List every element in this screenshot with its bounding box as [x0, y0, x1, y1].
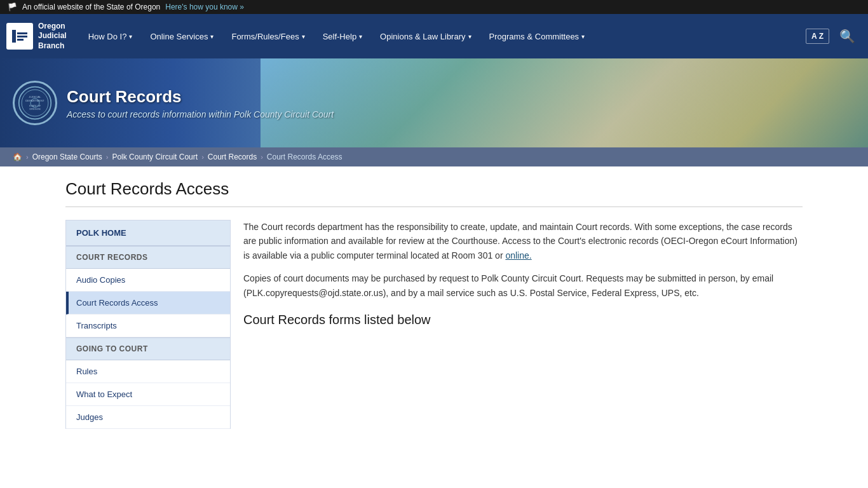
content-paragraph-2: Copies of court documents may be purchas…	[243, 271, 803, 300]
main-content: The Court records department has the res…	[243, 220, 803, 429]
top-announcement-bar: 🏳️ An official website of the State of O…	[0, 0, 868, 14]
svg-rect-3	[17, 39, 24, 41]
content-subheading: Court Records forms listed below	[243, 313, 803, 327]
content-paragraph-1: The Court records department has the res…	[243, 220, 803, 262]
sidebar-link-audio-copies[interactable]: Audio Copies	[66, 269, 230, 292]
sidebar-polk-home-link[interactable]: POLK HOME	[66, 220, 230, 246]
sidebar-going-to-court-section: GOING TO COURT Rules What to Expect Judg…	[65, 337, 231, 429]
svg-point-4	[19, 87, 51, 119]
sidebar-home-section: POLK HOME	[65, 220, 231, 246]
nav-arrow-programs: ▾	[581, 33, 585, 40]
nav-item-opinions[interactable]: Opinions & Law Library ▾	[371, 14, 480, 58]
logo-icon	[6, 23, 33, 50]
how-you-know-link[interactable]: Here's how you know »	[165, 3, 244, 11]
hero-background	[261, 58, 868, 147]
breadcrumb-sep-0: ›	[26, 153, 29, 161]
logo-text: Oregon Judicial Branch	[38, 22, 67, 51]
hero-content: Court Records Access to court records in…	[67, 87, 334, 119]
sidebar-link-court-records-access[interactable]: Court Records Access	[66, 292, 230, 315]
sidebar-court-records-header: COURT RECORDS	[66, 246, 230, 269]
official-text: An official website of the State of Oreg…	[22, 3, 160, 11]
nav-arrow-how-do-i: ▾	[129, 33, 132, 40]
svg-rect-1	[17, 32, 27, 34]
translate-button[interactable]: A Z	[806, 29, 829, 44]
nav-right-controls: A Z 🔍	[806, 29, 862, 44]
hero-title: Court Records	[67, 87, 334, 107]
nav-item-self-help[interactable]: Self-Help ▾	[314, 14, 371, 58]
sidebar-link-transcripts[interactable]: Transcripts	[66, 315, 230, 337]
hero-subtitle: Access to court records information with…	[67, 109, 334, 119]
page-title-section: Court Records Access	[53, 166, 815, 207]
nav-arrow-online-services: ▾	[210, 33, 214, 40]
nav-arrow-forms: ▾	[302, 33, 305, 40]
breadcrumb-current: Court Records Access	[267, 152, 342, 161]
nav-item-forms-rules-fees[interactable]: Forms/Rules/Fees ▾	[222, 14, 313, 58]
main-container: POLK HOME COURT RECORDS Audio Copies Cou…	[53, 207, 815, 442]
hero-banner: JUDICIAL DEPARTMENT STATE OF OREGON Cour…	[0, 58, 868, 147]
breadcrumb-link-polk[interactable]: Polk County Circuit Court	[112, 152, 198, 161]
breadcrumb-sep-1: ›	[106, 153, 109, 161]
breadcrumb-sep-3: ›	[261, 153, 263, 161]
sidebar-going-to-court-header: GOING TO COURT	[66, 337, 230, 360]
sidebar-link-rules[interactable]: Rules	[66, 360, 230, 383]
nav-item-how-do-i[interactable]: How Do I? ▾	[79, 14, 142, 58]
nav-item-online-services[interactable]: Online Services ▾	[141, 14, 222, 58]
main-nav: Oregon Judicial Branch How Do I? ▾ Onlin…	[0, 14, 868, 58]
svg-rect-0	[12, 30, 16, 43]
breadcrumb: 🏠 › Oregon State Courts › Polk County Ci…	[0, 147, 868, 166]
sidebar-link-what-to-expect[interactable]: What to Expect	[66, 383, 230, 406]
sidebar-link-judges[interactable]: Judges	[66, 406, 230, 429]
nav-item-programs[interactable]: Programs & Committees ▾	[480, 14, 594, 58]
breadcrumb-sep-2: ›	[201, 153, 204, 161]
page-title: Court Records Access	[65, 179, 803, 207]
nav-arrow-opinions: ▾	[468, 33, 471, 40]
home-icon[interactable]: 🏠	[13, 152, 22, 161]
online-link[interactable]: online.	[505, 250, 531, 261]
svg-text:DEPARTMENT: DEPARTMENT	[25, 99, 44, 102]
nav-items: How Do I? ▾ Online Services ▾ Forms/Rule…	[79, 14, 806, 58]
search-button[interactable]: 🔍	[833, 29, 862, 44]
breadcrumb-link-oregon[interactable]: Oregon State Courts	[32, 152, 102, 161]
sidebar: POLK HOME COURT RECORDS Audio Copies Cou…	[65, 220, 231, 429]
svg-text:JUDICIAL: JUDICIAL	[29, 95, 41, 98]
nav-arrow-self-help: ▾	[359, 33, 362, 40]
flag-icon: 🏳️	[8, 3, 17, 11]
logo-link[interactable]: Oregon Judicial Branch	[6, 22, 67, 51]
svg-rect-2	[17, 36, 27, 37]
court-seal: JUDICIAL DEPARTMENT STATE OF OREGON	[13, 81, 57, 125]
sidebar-court-records-section: COURT RECORDS Audio Copies Court Records…	[65, 246, 231, 337]
breadcrumb-link-court-records[interactable]: Court Records	[208, 152, 257, 161]
svg-text:OREGON: OREGON	[29, 107, 41, 111]
